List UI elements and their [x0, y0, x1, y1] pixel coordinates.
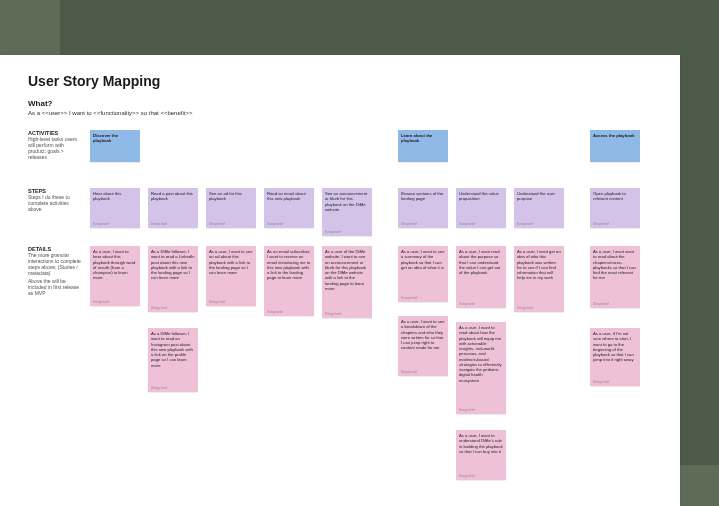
row-label-activities: ACTIVITIES High-level tasks users will p…	[28, 130, 83, 160]
step-card[interactable]: Read an email about this new playbookDes…	[264, 188, 314, 228]
what-heading: What?	[28, 99, 652, 108]
activity-discover[interactable]: Discover the playbook	[90, 130, 140, 162]
detail-card[interactable]: As a DiMe follower, I want to read a Lin…	[148, 246, 198, 312]
detail-card[interactable]: As a user, I want to understand DiMe's r…	[456, 430, 506, 480]
detail-card[interactable]: As a user, I want to read about how the …	[456, 322, 506, 414]
detail-card[interactable]: As a user, I want want to read about the…	[590, 246, 640, 308]
step-card[interactable]: See an announcement or blurb for this pl…	[322, 188, 372, 236]
detail-card[interactable]: As a DiMe follower, I want to read an In…	[148, 328, 198, 392]
step-card[interactable]: Understand the value propositionDesign b…	[456, 188, 506, 228]
row-label-details: DETAILS The more granular interactions t…	[28, 246, 83, 297]
detail-card[interactable]: As a user, I want to see a summary of th…	[398, 246, 448, 302]
detail-card[interactable]: As a user, I want to hear about this pla…	[90, 246, 140, 306]
step-card[interactable]: Hear about this playbookDesign brief	[90, 188, 140, 228]
document-canvas: User Story Mapping What? As a <<user>> I…	[0, 55, 680, 506]
step-card[interactable]: Browse sections of the landing pageDesig…	[398, 188, 448, 228]
detail-card[interactable]: As a user, I want read about the purpose…	[456, 246, 506, 308]
what-body: As a <<user>> I want to <<functionality>…	[28, 110, 652, 116]
activity-learn[interactable]: Learn about the playbook	[398, 130, 448, 162]
row-label-steps: STEPS Steps I do these to complete activ…	[28, 188, 83, 213]
page-title: User Story Mapping	[28, 73, 652, 89]
step-card[interactable]: Open playbook to relevant contentDesign …	[590, 188, 640, 228]
detail-card[interactable]: As a user, I want to see an ad about thi…	[206, 246, 256, 306]
detail-card[interactable]: As a user, I want get an idea of who thi…	[514, 246, 564, 312]
step-card[interactable]: See an ad for this playbookDesign brief	[206, 188, 256, 228]
activity-access[interactable]: Access the playbook	[590, 130, 640, 162]
detail-card[interactable]: As an email subscriber, I want to receiv…	[264, 246, 314, 316]
detail-card[interactable]: As a user, I want to see a breakdown of …	[398, 316, 448, 376]
step-card[interactable]: Read a post about this playbookDesign br…	[148, 188, 198, 228]
step-card[interactable]: Understand the user purposeDesign brief	[514, 188, 564, 228]
detail-card[interactable]: As a user, if I'm not sure where to star…	[590, 328, 640, 386]
detail-card[interactable]: As a user of the DiMe website, I want to…	[322, 246, 372, 318]
